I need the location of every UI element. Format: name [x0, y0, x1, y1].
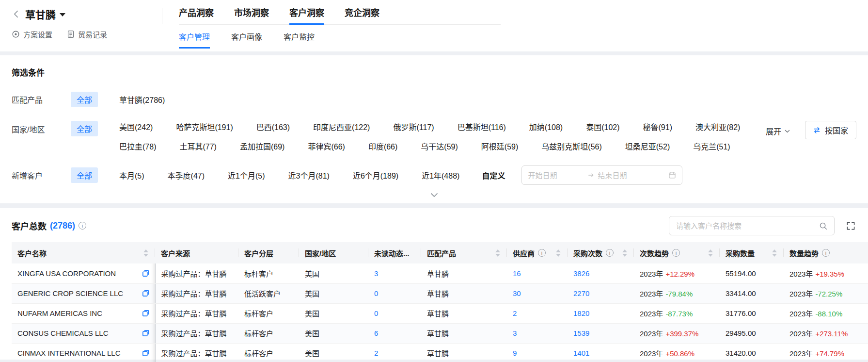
- calendar-icon[interactable]: [668, 171, 676, 179]
- search-input[interactable]: [676, 222, 814, 230]
- supplier-count-link[interactable]: 16: [507, 263, 568, 283]
- country-chip[interactable]: 哈萨克斯坦(191): [176, 121, 233, 132]
- purchase-count-link[interactable]: 1401: [568, 343, 634, 362]
- country-chip[interactable]: 印度(66): [368, 140, 397, 152]
- trade-records-link[interactable]: 贸易记录: [67, 29, 107, 39]
- purchase-count-link[interactable]: 2270: [568, 283, 634, 303]
- column-header[interactable]: 客户名称: [12, 242, 155, 263]
- country-chip[interactable]: 巴基斯坦(116): [458, 121, 506, 132]
- column-header[interactable]: 国家/地区: [299, 242, 368, 263]
- main-tab[interactable]: 市场洞察: [234, 6, 269, 24]
- date-range-picker[interactable]: [521, 165, 682, 185]
- info-icon[interactable]: i: [538, 249, 546, 257]
- company-report-icon[interactable]: [142, 349, 149, 357]
- sort-icon[interactable]: [556, 249, 562, 257]
- company-report-icon[interactable]: [142, 329, 149, 337]
- by-country-button[interactable]: 按国家: [805, 121, 856, 139]
- sort-icon[interactable]: [708, 249, 714, 257]
- purchase-count-link[interactable]: 1539: [568, 323, 634, 343]
- unread-updates-link[interactable]: 0: [368, 283, 421, 303]
- country-chip[interactable]: 加纳(108): [529, 121, 563, 132]
- product-dropdown-icon[interactable]: [60, 13, 65, 16]
- country-all-chip[interactable]: 全部: [71, 121, 98, 136]
- main-tab[interactable]: 竞企洞察: [345, 6, 379, 24]
- column-header[interactable]: 匹配产品: [421, 242, 507, 263]
- column-header[interactable]: 客户分层: [238, 242, 299, 263]
- column-header[interactable]: 未读动态...: [368, 242, 421, 263]
- sort-icon[interactable]: [143, 249, 149, 257]
- match-product-all-chip[interactable]: 全部: [71, 92, 98, 107]
- supplier-count-link[interactable]: 30: [507, 283, 568, 303]
- sort-icon[interactable]: [622, 249, 628, 257]
- collapse-filters-bar[interactable]: [12, 186, 856, 203]
- new-customer-chip[interactable]: 近1个月(5): [228, 169, 265, 181]
- column-header[interactable]: 采购数量: [720, 242, 784, 263]
- country-chip[interactable]: 泰国(102): [586, 121, 619, 132]
- unread-updates-link[interactable]: 0: [368, 303, 421, 323]
- country-chip[interactable]: 秘鲁(91): [643, 121, 672, 132]
- new-customer-chip[interactable]: 本季度(47): [168, 169, 205, 181]
- info-icon[interactable]: i: [606, 249, 614, 257]
- unread-updates-link[interactable]: 6: [368, 323, 421, 343]
- end-date-input[interactable]: [598, 171, 655, 180]
- country-chip[interactable]: 巴拉圭(78): [119, 140, 156, 152]
- country-chip[interactable]: 菲律宾(66): [308, 140, 345, 152]
- fullscreen-icon[interactable]: [846, 221, 855, 230]
- expand-countries-link[interactable]: 展开: [766, 125, 790, 137]
- country-chip[interactable]: 巴西(163): [256, 121, 290, 132]
- table-row[interactable]: XINGFA USA CORPORATION 采购过产品：草甘膦 标杆客户 美国…: [12, 263, 868, 283]
- country-chip[interactable]: 土耳其(77): [179, 140, 216, 152]
- country-chip[interactable]: 乌兹别克斯坦(56): [541, 140, 601, 152]
- new-customer-chip[interactable]: 近6个月(189): [353, 169, 398, 181]
- custom-range-link[interactable]: 自定义: [482, 169, 505, 181]
- table-row[interactable]: CINMAX INTERNATIONAL LLC 采购过产品：草甘膦 标杆客户 …: [12, 343, 868, 362]
- table-row[interactable]: NUFARM AMERICAS INC 采购过产品：草甘膦 标杆客户 美国 0 …: [12, 303, 868, 323]
- sort-icon[interactable]: [772, 249, 778, 257]
- start-date-input[interactable]: [528, 171, 585, 180]
- column-header[interactable]: 供应商 i: [507, 242, 568, 263]
- supplier-count-link[interactable]: 9: [507, 343, 568, 362]
- new-customer-chip[interactable]: 近3个月(81): [288, 169, 330, 181]
- purchase-count-link[interactable]: 3826: [568, 263, 634, 283]
- country-chip[interactable]: 坦桑尼亚(52): [625, 140, 670, 152]
- company-report-icon[interactable]: [142, 310, 149, 317]
- column-header[interactable]: 数量趋势 i: [784, 242, 868, 263]
- country-chip[interactable]: 印度尼西亚(122): [313, 121, 370, 132]
- sub-tab[interactable]: 客户画像: [231, 31, 262, 49]
- new-customer-chip[interactable]: 本月(5): [119, 169, 144, 181]
- column-header[interactable]: 次数趋势 i: [634, 242, 720, 263]
- new-customer-all-chip[interactable]: 全部: [71, 167, 98, 183]
- info-icon[interactable]: i: [79, 222, 86, 230]
- column-header[interactable]: 采购次数 i: [568, 242, 634, 263]
- company-report-icon[interactable]: [142, 270, 149, 277]
- country-chip[interactable]: 乌克兰(51): [693, 140, 730, 152]
- info-icon[interactable]: i: [672, 249, 680, 257]
- product-selector[interactable]: 草甘膦: [12, 7, 162, 21]
- customer-search-box[interactable]: [669, 216, 835, 235]
- country-chip[interactable]: 俄罗斯(117): [393, 121, 434, 132]
- unread-updates-link[interactable]: 2: [368, 343, 421, 362]
- country-chip[interactable]: 孟加拉国(69): [240, 140, 284, 152]
- match-product-chip[interactable]: 草甘膦(2786): [119, 94, 165, 105]
- main-tab[interactable]: 客户洞察: [289, 6, 324, 24]
- sub-tab[interactable]: 客户监控: [284, 31, 315, 49]
- sub-tab[interactable]: 客户管理: [179, 31, 210, 49]
- table-row[interactable]: CONSUS CHEMICALS LLC 采购过产品：草甘膦 标杆客户 美国 6…: [12, 323, 868, 343]
- column-header[interactable]: 客户来源: [155, 242, 238, 263]
- supplier-count-link[interactable]: 2: [507, 303, 568, 323]
- table-row[interactable]: GENERIC CROP SCIENCE LLC 采购过产品：草甘膦 低活跃客户…: [12, 283, 868, 303]
- company-report-icon[interactable]: [142, 290, 149, 297]
- country-chip[interactable]: 乌干达(59): [421, 140, 458, 152]
- country-chip[interactable]: 澳大利亚(82): [695, 121, 740, 132]
- back-icon[interactable]: [12, 9, 21, 19]
- sort-icon[interactable]: [495, 249, 501, 257]
- purchase-count-link[interactable]: 1820: [568, 303, 634, 323]
- unread-updates-link[interactable]: 3: [368, 263, 421, 283]
- supplier-count-link[interactable]: 3: [507, 323, 568, 343]
- plan-settings-link[interactable]: 方案设置: [12, 29, 52, 39]
- new-customer-chip[interactable]: 近1年(488): [422, 169, 459, 181]
- search-icon[interactable]: [819, 222, 827, 230]
- info-icon[interactable]: i: [822, 249, 830, 257]
- country-chip[interactable]: 阿根廷(59): [481, 140, 518, 152]
- country-chip[interactable]: 美国(242): [119, 121, 153, 132]
